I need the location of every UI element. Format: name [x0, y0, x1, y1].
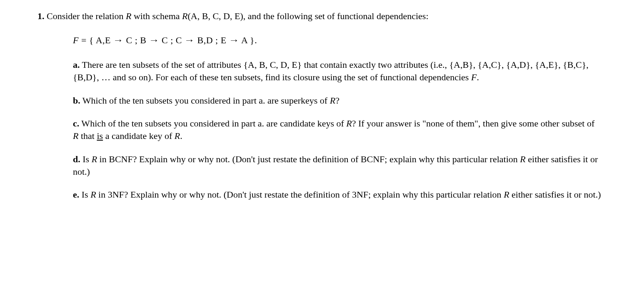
part-a-text: There are ten subsets of the set of attr…: [73, 59, 589, 82]
formula-part-5: A }.: [239, 35, 257, 45]
part-c-is: is: [97, 131, 103, 141]
intro-text-3: (A, B, C, D, E), and the following set o…: [188, 11, 429, 21]
question-intro: 1. Consider the relation R with schema R…: [37, 10, 607, 22]
part-d: d. Is R in BCNF? Explain why or why not.…: [73, 153, 602, 178]
part-c: c. Which of the ten subsets you consider…: [73, 117, 602, 142]
part-c-R1: R: [346, 118, 352, 129]
relation-R: R: [126, 11, 131, 21]
part-c-text-3: that: [78, 131, 97, 141]
part-e-label: e.: [73, 189, 79, 200]
part-b-label: b.: [73, 95, 80, 106]
intro-text-1: Consider the relation: [47, 11, 126, 21]
part-d-R2: R: [520, 154, 525, 164]
formula-part-3: C ; C: [159, 35, 185, 45]
arrow-icon: →: [113, 34, 124, 47]
arrow-icon: →: [184, 34, 195, 47]
part-a-F: F: [471, 72, 477, 82]
part-c-end: .: [180, 131, 182, 141]
part-a: a. There are ten subsets of the set of a…: [73, 59, 602, 83]
part-a-end: .: [477, 72, 479, 82]
part-b-R: R: [330, 95, 335, 106]
formula-part-2: C ; B: [124, 35, 149, 45]
part-c-R3: R: [175, 131, 180, 141]
formula-F: F: [73, 35, 79, 45]
part-d-label: d.: [73, 154, 80, 164]
part-e-text-3: either satisfies it or not.): [509, 189, 601, 200]
part-c-R2: R: [73, 131, 78, 141]
part-d-text-1: Is: [80, 154, 92, 164]
part-b-q: ?: [335, 95, 339, 106]
part-d-text-2: in BCNF? Explain why or why not. (Don't …: [97, 154, 520, 164]
part-e: e. Is R in 3NF? Explain why or why not. …: [73, 188, 602, 201]
part-b: b. Which of the ten subsets you consider…: [73, 94, 602, 107]
part-e-R2: R: [504, 189, 509, 200]
arrow-icon: →: [229, 34, 240, 47]
part-c-text-4: a candidate key of: [103, 131, 175, 141]
part-e-R1: R: [90, 189, 96, 200]
intro-text-2: with schema: [131, 11, 182, 21]
part-c-text-1: Which of the ten subsets you considered …: [79, 118, 346, 129]
part-d-R1: R: [92, 154, 97, 164]
part-e-text-1: Is: [79, 189, 90, 200]
part-c-label: c.: [73, 118, 79, 129]
question-number: 1.: [37, 11, 45, 21]
formula-part-1: = { A,E: [79, 35, 113, 45]
arrow-icon: →: [149, 34, 160, 47]
part-c-text-2: ? If your answer is "none of them", then…: [352, 118, 594, 129]
part-b-text: Which of the ten subsets you considered …: [80, 95, 330, 106]
schema-R: R: [182, 11, 187, 21]
part-a-label: a.: [73, 59, 80, 70]
part-e-text-2: in 3NF? Explain why or why not. (Don't j…: [96, 189, 504, 200]
functional-dependencies-formula: F = { A,E → C ; B → C ; C → B,D ; E → A …: [73, 34, 602, 47]
formula-part-4: B,D ; E: [195, 35, 229, 45]
